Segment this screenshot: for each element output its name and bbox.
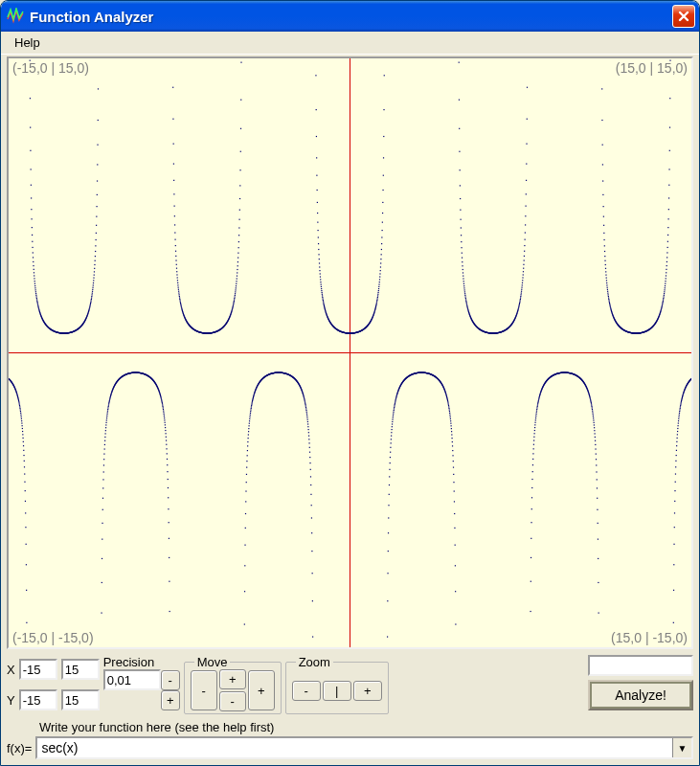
close-button[interactable]: [672, 5, 695, 28]
fx-label: f(x)=: [7, 741, 32, 755]
menu-help[interactable]: Help: [7, 34, 48, 52]
move-right-button[interactable]: +: [248, 670, 275, 710]
zoom-out-button[interactable]: -: [292, 681, 321, 701]
titlebar[interactable]: Function Analyzer: [1, 1, 699, 32]
x-max-input[interactable]: [61, 659, 100, 680]
zoom-in-button[interactable]: +: [353, 681, 382, 701]
precision-minus-button[interactable]: -: [161, 670, 180, 690]
plot-canvas: [9, 58, 691, 647]
precision-label: Precision: [103, 655, 161, 669]
precision-plus-button[interactable]: +: [161, 690, 180, 710]
move-down-button[interactable]: -: [219, 691, 246, 711]
content-area: (-15,0 | 15,0) (15,0 | 15,0) (-15,0 | -1…: [1, 55, 699, 765]
analyze-button[interactable]: Analyze!: [588, 680, 693, 710]
menubar: Help: [1, 32, 699, 55]
y-max-input[interactable]: [61, 689, 100, 710]
corner-label-bottom-right: (15,0 | -15,0): [611, 630, 688, 645]
zoom-group: Zoom - | +: [285, 655, 389, 714]
app-window: Function Analyzer Help (-15,0 | 15,0) (1…: [0, 0, 700, 766]
move-group: Move - + - +: [184, 655, 282, 714]
bottom-row: Write your function here (see the help f…: [7, 720, 693, 759]
chevron-down-icon: ▼: [678, 743, 688, 754]
precision-input[interactable]: [103, 669, 161, 690]
function-combo: ▼: [35, 736, 693, 759]
status-field[interactable]: [588, 655, 693, 676]
y-label: Y: [7, 693, 15, 708]
close-icon: [678, 11, 689, 22]
range-block: X Y: [7, 655, 100, 714]
move-up-button[interactable]: +: [219, 669, 246, 689]
corner-label-top-left: (-15,0 | 15,0): [12, 60, 89, 76]
move-label: Move: [194, 655, 231, 669]
x-min-input[interactable]: [19, 659, 57, 680]
move-left-button[interactable]: -: [191, 670, 217, 710]
window-title: Function Analyzer: [30, 9, 672, 25]
right-block: Analyze!: [588, 655, 693, 714]
corner-label-bottom-left: (-15,0 | -15,0): [12, 630, 94, 645]
controls-row: X Y Precision - + Move: [7, 655, 693, 714]
zoom-label: Zoom: [296, 655, 333, 669]
corner-label-top-right: (15,0 | 15,0): [616, 60, 688, 76]
y-min-input[interactable]: [19, 689, 57, 710]
function-dropdown-button[interactable]: ▼: [672, 738, 691, 757]
precision-block: Precision - +: [103, 655, 180, 714]
function-input[interactable]: [37, 738, 672, 757]
x-label: X: [7, 663, 15, 677]
plot-panel[interactable]: (-15,0 | 15,0) (15,0 | 15,0) (-15,0 | -1…: [7, 56, 693, 649]
function-hint: Write your function here (see the help f…: [7, 720, 693, 734]
app-icon: [7, 8, 24, 25]
zoom-reset-button[interactable]: |: [323, 681, 351, 701]
